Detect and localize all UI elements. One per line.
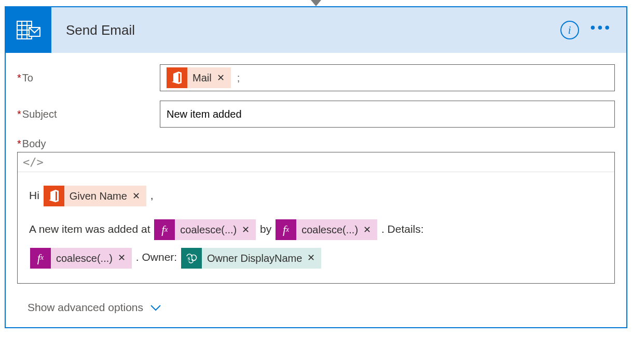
show-advanced-button[interactable]: Show advanced options bbox=[17, 301, 161, 314]
to-field[interactable]: Mail ✕ ; bbox=[160, 64, 615, 91]
body-text: by bbox=[260, 223, 271, 235]
token-coalesce-label: coalesce(...) bbox=[180, 216, 237, 243]
token-coalesce-1[interactable]: fx coalesce(...) ✕ bbox=[154, 219, 256, 240]
action-card: Send Email i ••• To Mail ✕ ; bbox=[5, 6, 627, 328]
sharepoint-icon: S bbox=[181, 248, 202, 269]
office-icon bbox=[44, 186, 64, 206]
card-body: To Mail ✕ ; Subject Body bbox=[6, 53, 626, 327]
more-menu-icon[interactable]: ••• bbox=[590, 24, 612, 36]
header-actions: i ••• bbox=[560, 21, 626, 39]
code-view-toggle[interactable]: </> bbox=[23, 156, 44, 169]
body-label: Body bbox=[17, 138, 160, 150]
flow-arrow-in bbox=[311, 0, 321, 6]
remove-token-icon[interactable]: ✕ bbox=[117, 246, 127, 270]
outlook-icon bbox=[6, 7, 51, 53]
remove-token-icon[interactable]: ✕ bbox=[306, 246, 316, 270]
editor-toolbar: </> bbox=[18, 152, 614, 172]
remove-token-icon[interactable]: ✕ bbox=[216, 72, 226, 83]
card-header[interactable]: Send Email i ••• bbox=[6, 7, 626, 53]
to-label: To bbox=[17, 72, 160, 84]
separator: ; bbox=[235, 72, 240, 84]
remove-token-icon[interactable]: ✕ bbox=[131, 184, 141, 208]
fx-icon: fx bbox=[30, 248, 51, 269]
fx-icon: fx bbox=[154, 219, 175, 240]
token-owner-label: Owner DisplayName bbox=[207, 245, 302, 272]
token-owner-display[interactable]: S Owner DisplayName ✕ bbox=[181, 248, 321, 269]
body-editor: </> Hi Given Name ✕ , bbox=[17, 152, 615, 284]
token-given-name-label: Given Name bbox=[70, 183, 127, 209]
fx-icon: fx bbox=[276, 219, 296, 240]
subject-input[interactable] bbox=[166, 108, 609, 121]
body-text: , bbox=[150, 189, 154, 201]
token-mail[interactable]: Mail ✕ bbox=[167, 67, 231, 88]
token-mail-label: Mail bbox=[193, 72, 212, 84]
editor-content[interactable]: Hi Given Name ✕ , A new item was add bbox=[18, 172, 614, 283]
subject-field[interactable] bbox=[160, 101, 615, 128]
info-icon[interactable]: i bbox=[560, 21, 579, 39]
body-text: A new item was added at bbox=[29, 223, 150, 235]
subject-label: Subject bbox=[17, 108, 160, 120]
token-coalesce-3[interactable]: fx coalesce(...) ✕ bbox=[30, 248, 132, 269]
body-text: . Owner: bbox=[136, 251, 177, 263]
to-row: To Mail ✕ ; bbox=[17, 64, 615, 91]
subject-row: Subject bbox=[17, 101, 615, 128]
body-text: . Details: bbox=[381, 223, 424, 235]
svg-text:S: S bbox=[187, 256, 190, 261]
token-coalesce-label: coalesce(...) bbox=[301, 216, 358, 243]
card-title: Send Email bbox=[51, 22, 560, 38]
chevron-down-icon bbox=[150, 301, 161, 314]
remove-token-icon[interactable]: ✕ bbox=[362, 218, 372, 242]
token-coalesce-2[interactable]: fx coalesce(...) ✕ bbox=[276, 219, 377, 240]
office-icon bbox=[167, 67, 187, 88]
body-text: Hi bbox=[29, 189, 39, 201]
advanced-label: Show advanced options bbox=[28, 301, 143, 314]
token-given-name[interactable]: Given Name ✕ bbox=[44, 186, 146, 206]
remove-token-icon[interactable]: ✕ bbox=[241, 218, 251, 242]
token-coalesce-label: coalesce(...) bbox=[56, 245, 113, 272]
